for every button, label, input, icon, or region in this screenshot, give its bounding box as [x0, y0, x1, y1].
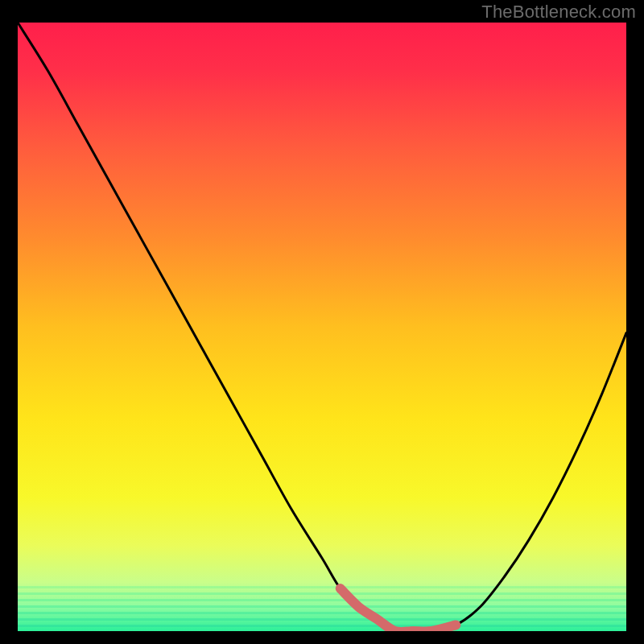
- watermark-text: TheBottleneck.com: [481, 2, 636, 23]
- gradient-background: [18, 23, 626, 631]
- plot-area: [18, 23, 626, 631]
- svg-rect-3: [18, 605, 626, 608]
- svg-rect-2: [18, 599, 626, 601]
- bottleneck-chart-svg: [18, 23, 626, 631]
- svg-rect-4: [18, 612, 626, 614]
- svg-rect-6: [18, 625, 626, 627]
- chart-frame: TheBottleneck.com: [0, 0, 644, 644]
- svg-rect-5: [18, 618, 626, 621]
- svg-rect-1: [18, 592, 626, 595]
- svg-rect-0: [18, 586, 626, 588]
